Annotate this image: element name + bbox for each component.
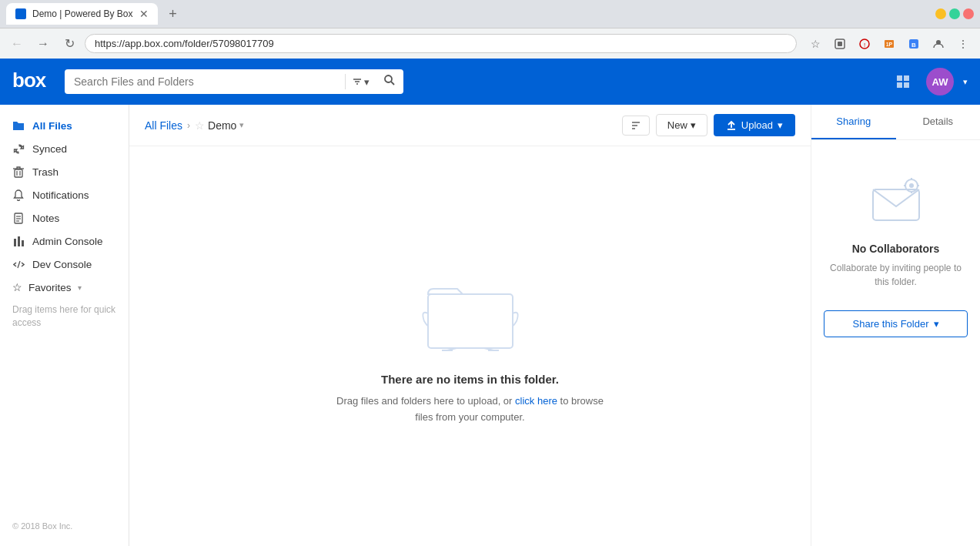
sidebar-label-all-files: All Files xyxy=(32,120,72,132)
sync-icon xyxy=(12,142,25,155)
svg-text:1P: 1P xyxy=(886,42,893,47)
search-button[interactable] xyxy=(376,69,403,94)
breadcrumb-separator-icon: › xyxy=(187,120,190,131)
extension-icon-3[interactable]: 1P xyxy=(878,33,900,55)
favorites-label: Favorites xyxy=(28,282,72,293)
empty-folder-illustration xyxy=(420,267,520,354)
browser-tab-favicon xyxy=(15,8,26,19)
sidebar-item-trash[interactable]: Trash xyxy=(0,160,129,183)
svg-rect-28 xyxy=(18,236,20,246)
app: box ▾ AW ▾ xyxy=(0,59,980,546)
sidebar-label-admin-console: Admin Console xyxy=(32,236,103,247)
sidebar-item-dev-console[interactable]: Dev Console xyxy=(0,253,129,276)
refresh-button[interactable]: ↻ xyxy=(59,33,80,55)
no-collaborators-illustration xyxy=(865,174,927,230)
avatar[interactable]: AW xyxy=(926,68,954,95)
new-button-label: New xyxy=(667,119,687,131)
browser-toolbar-icons: ☆ ! 1P B ⋮ xyxy=(804,33,974,55)
svg-rect-16 xyxy=(904,75,909,81)
no-collaborators-subtitle: Collaborate by inviting people to this f… xyxy=(824,261,968,289)
new-button[interactable]: New ▾ xyxy=(656,114,707,136)
app-body: All Files Synced Trash Notifications xyxy=(0,105,980,546)
avatar-chevron[interactable]: ▾ xyxy=(963,77,968,87)
new-tab-button[interactable]: + xyxy=(162,3,184,25)
minimize-button[interactable] xyxy=(935,8,946,19)
breadcrumb-root[interactable]: All Files xyxy=(145,119,182,132)
sort-button[interactable] xyxy=(622,116,650,136)
tab-close-icon[interactable]: ✕ xyxy=(139,8,149,20)
profile-icon[interactable] xyxy=(928,33,949,55)
svg-point-42 xyxy=(909,183,914,188)
sidebar-item-synced[interactable]: Synced xyxy=(0,137,129,160)
breadcrumb-chevron-icon[interactable]: ▾ xyxy=(239,120,244,130)
svg-rect-27 xyxy=(14,239,16,246)
panel-tabs: Sharing Details xyxy=(811,105,980,140)
browser-chrome: Demo | Powered By Box ✕ + ← → ↻ https://… xyxy=(0,0,980,59)
svg-point-13 xyxy=(385,75,392,82)
bookmark-icon[interactable]: ☆ xyxy=(804,33,826,55)
address-bar[interactable]: https://app.box.com/folder/57098017709 xyxy=(85,34,797,53)
svg-rect-19 xyxy=(15,169,22,177)
browser-titlebar: Demo | Powered By Box ✕ + xyxy=(0,0,980,28)
main-content: All Files › ☆ Demo ▾ New ▾ xyxy=(129,105,811,546)
new-chevron-icon: ▾ xyxy=(691,119,696,131)
sidebar-label-notes: Notes xyxy=(32,213,59,224)
extension-icon-4[interactable]: B xyxy=(903,33,925,55)
sidebar-footer: © 2018 Box Inc. xyxy=(0,515,129,537)
extension-icon-1[interactable] xyxy=(829,33,851,55)
empty-state-subtitle: Drag files and folders here to upload, o… xyxy=(336,394,604,426)
sidebar-item-notifications[interactable]: Notifications xyxy=(0,183,129,206)
extension-icon-2[interactable]: ! xyxy=(854,33,875,55)
svg-rect-29 xyxy=(22,240,24,246)
tab-sharing[interactable]: Sharing xyxy=(811,105,896,139)
toolbar-right: New ▾ Upload ▾ xyxy=(622,114,795,136)
breadcrumb-star-icon[interactable]: ☆ xyxy=(195,119,205,132)
empty-subtitle-before: Drag files and folders here to upload, o… xyxy=(336,395,515,407)
menu-icon[interactable]: ⋮ xyxy=(952,33,974,55)
svg-rect-15 xyxy=(897,75,902,81)
grid-view-button[interactable] xyxy=(889,68,917,95)
search-input[interactable] xyxy=(65,69,345,94)
sidebar-item-admin-console[interactable]: Admin Console xyxy=(0,229,129,253)
empty-state: There are no items in this folder. Drag … xyxy=(129,146,811,546)
sidebar-label-synced: Synced xyxy=(32,143,67,155)
svg-text:!: ! xyxy=(864,42,865,49)
share-folder-label: Share this Folder xyxy=(853,318,929,330)
svg-text:B: B xyxy=(911,41,916,48)
share-chevron-icon: ▾ xyxy=(934,318,939,330)
admin-icon xyxy=(12,235,25,247)
upload-button-label: Upload xyxy=(741,119,773,131)
url-text: https://app.box.com/folder/57098017709 xyxy=(95,38,787,49)
browser-tab-title: Demo | Powered By Box xyxy=(32,8,133,19)
sidebar-label-notifications: Notifications xyxy=(32,189,89,201)
back-button[interactable]: ← xyxy=(6,33,28,55)
svg-line-14 xyxy=(391,82,394,85)
sidebar-item-notes[interactable]: Notes xyxy=(0,206,129,229)
maximize-button[interactable] xyxy=(949,8,960,19)
tab-details[interactable]: Details xyxy=(896,105,981,139)
star-icon: ☆ xyxy=(12,281,22,293)
svg-rect-17 xyxy=(897,82,902,88)
note-icon xyxy=(12,212,25,224)
close-button[interactable] xyxy=(963,8,974,19)
search-container: ▾ xyxy=(65,69,403,94)
browser-tab[interactable]: Demo | Powered By Box ✕ xyxy=(6,3,158,25)
browser-toolbar: ← → ↻ https://app.box.com/folder/5709801… xyxy=(0,28,980,59)
sidebar-label-trash: Trash xyxy=(32,166,59,178)
sidebar: All Files Synced Trash Notifications xyxy=(0,105,129,546)
box-logo: box xyxy=(12,69,49,95)
breadcrumb-current: ☆ Demo ▾ xyxy=(195,119,244,132)
empty-state-title: There are no items in this folder. xyxy=(381,373,559,386)
sidebar-item-all-files[interactable]: All Files xyxy=(0,114,129,137)
forward-button[interactable]: → xyxy=(32,33,54,55)
folder-icon xyxy=(12,119,25,132)
share-folder-button[interactable]: Share this Folder ▾ xyxy=(824,310,968,337)
panel-content: No Collaborators Collaborate by inviting… xyxy=(811,140,980,546)
svg-rect-1 xyxy=(838,42,842,46)
favorites-section[interactable]: ☆ Favorites ▾ xyxy=(0,276,129,299)
empty-state-click-here-link[interactable]: click here xyxy=(515,395,557,407)
upload-button[interactable]: Upload ▾ xyxy=(714,114,795,136)
svg-rect-18 xyxy=(904,82,909,88)
breadcrumb-current-label: Demo xyxy=(208,119,236,132)
search-filter-button[interactable]: ▾ xyxy=(346,72,376,92)
